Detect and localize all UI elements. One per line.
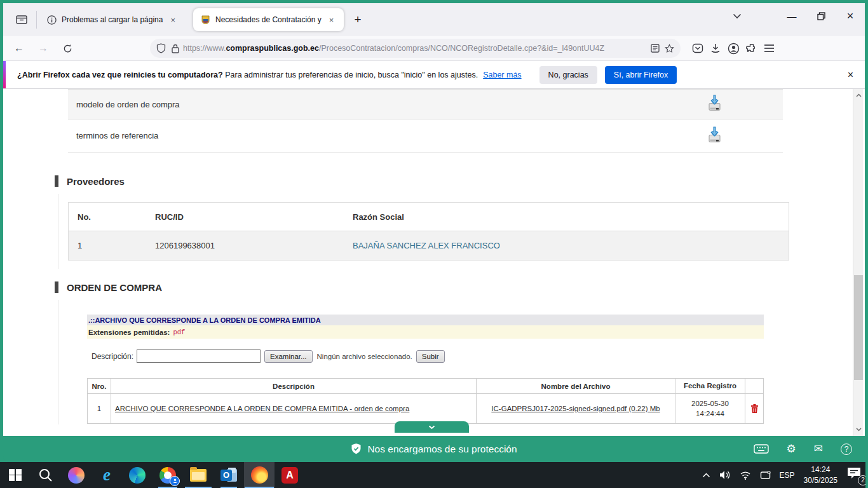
page-scrollbar[interactable] (853, 89, 863, 436)
taskbar-acrobat-button[interactable]: A (275, 462, 305, 488)
proveedores-title: Proveedores (67, 176, 125, 187)
scroll-down-icon[interactable] (853, 424, 864, 435)
examinar-button[interactable]: Examinar... (264, 350, 313, 363)
keyboard-icon[interactable] (754, 444, 769, 454)
taskbar-copilot-button[interactable] (61, 462, 92, 488)
archivo-banner: .::ARCHIVO QUE CORRESPONDE A LA ORDEN DE… (87, 315, 764, 325)
header-actions (745, 379, 763, 393)
document-label: modelo de orden de compra (76, 100, 180, 109)
cell-fecha: 2025-05-3014:24:44 (675, 394, 745, 423)
download-file-icon[interactable] (707, 95, 722, 114)
file-description-link[interactable]: ARCHIVO QUE CORRESPONDE A LA ORDEN DE CO… (115, 405, 409, 412)
restore-icon (817, 12, 825, 20)
taskbar-chrome-button[interactable] (153, 462, 183, 488)
no-gracias-button[interactable]: No, gracias (539, 66, 597, 84)
firefox-icon (251, 466, 268, 484)
account-icon[interactable] (728, 43, 740, 55)
tab-close-icon[interactable]: × (168, 14, 178, 26)
firefox-view-icon (16, 15, 27, 25)
mail-icon[interactable]: ✉ (814, 442, 823, 456)
bookmark-star-icon[interactable] (665, 44, 674, 53)
minimize-button[interactable]: — (777, 3, 806, 29)
taskbar-search-button[interactable] (31, 462, 61, 488)
download-file-icon[interactable] (707, 126, 722, 146)
chrome-icon (159, 467, 176, 484)
document-label: terminos de referencia (76, 131, 158, 140)
notification-center-button[interactable]: 2 (846, 466, 865, 484)
tab-label: Problemas al cargar la página (62, 15, 163, 24)
heading-bar (55, 281, 58, 293)
extensions-puzzle-icon[interactable] (746, 43, 757, 54)
scrollbar-thumb[interactable] (854, 275, 863, 380)
extensions-bar: Extensiones pemitidas: pdf (87, 325, 764, 339)
language-indicator[interactable]: ESP (780, 471, 795, 480)
delete-file-button[interactable] (745, 394, 763, 423)
acrobat-icon: A (281, 467, 298, 484)
proveedor-link[interactable]: BAJAÑA SANCHEZ ALEX FRANCISCO (353, 241, 500, 250)
taskbar-firefox-button[interactable] (244, 462, 275, 488)
lock-icon[interactable] (172, 44, 179, 53)
cell-ruc: 1206199638001 (147, 241, 344, 250)
navigation-toolbar: ← → https://www.compraspublicas.gob.ec/P… (3, 36, 865, 61)
list-all-tabs-icon[interactable] (733, 13, 742, 19)
files-table: Nro. Descripción Nombre del Archivo Fech… (87, 378, 764, 424)
firefox-view-button[interactable] (11, 9, 32, 30)
windows-logo-icon (9, 469, 22, 482)
clock[interactable]: 14:2430/5/2025 (804, 464, 837, 485)
downloads-icon[interactable] (710, 43, 721, 54)
subir-button[interactable]: Subir (416, 350, 445, 363)
outlook-icon: O (220, 468, 237, 483)
file-row: 1 ARCHIVO QUE CORRESPONDE A LA ORDEN DE … (88, 394, 763, 423)
hamburger-menu-icon[interactable] (764, 44, 775, 53)
scroll-up-icon[interactable] (853, 90, 864, 100)
protection-collapse-tab[interactable] (395, 421, 469, 433)
start-button[interactable] (0, 462, 31, 488)
extensions-value: pdf (173, 329, 185, 336)
taskbar-outlook-button[interactable]: O (214, 462, 244, 488)
tab-close-icon[interactable]: × (327, 14, 337, 26)
edge-icon (129, 467, 146, 484)
notification-accent-bar (3, 61, 6, 88)
url-bar[interactable]: https://www.compraspublicas.gob.ec/Proce… (150, 39, 681, 58)
wifi-icon[interactable] (740, 471, 751, 480)
orden-heading: ORDEN DE COMPRA (55, 281, 162, 293)
file-explorer-icon (190, 469, 207, 482)
file-name-link[interactable]: IC-GADPRSJ017-2025-signed-signed.pdf (0.… (491, 405, 660, 412)
header-ruc: RUC/ID (147, 212, 344, 222)
tab-necesidades[interactable]: Necesidades de Contratación y × (193, 8, 344, 31)
restore-button[interactable] (806, 3, 836, 29)
header-no: No. (69, 212, 147, 222)
chrome-profile-badge (170, 476, 180, 486)
copilot-icon (68, 467, 85, 484)
descripcion-input[interactable] (137, 349, 261, 363)
tab-separator (36, 11, 37, 29)
proveedores-heading: Proveedores (55, 175, 125, 187)
taskbar-ie-button[interactable]: e (92, 462, 122, 488)
new-tab-button[interactable]: + (348, 11, 367, 28)
help-icon[interactable]: ? (841, 444, 852, 455)
shield-permissions-icon[interactable] (156, 43, 166, 53)
reload-button[interactable] (58, 39, 77, 57)
close-window-button[interactable]: × (836, 3, 865, 29)
browser-window: Problemas al cargar la página × Necesida… (3, 3, 865, 436)
taskbar-edge-button[interactable] (122, 462, 153, 488)
tab-problemas[interactable]: Problemas al cargar la página × (41, 8, 184, 31)
volume-icon[interactable] (719, 470, 731, 480)
saber-mas-link[interactable]: Saber más (483, 71, 521, 79)
shield-check-icon (351, 443, 362, 455)
notification-close-icon[interactable]: × (848, 69, 853, 81)
heading-bar (55, 175, 58, 187)
si-abrir-firefox-button[interactable]: Sí, abrir Firefox (605, 66, 677, 84)
descripcion-label: Descripción: (92, 352, 133, 361)
taskbar-explorer-button[interactable] (183, 462, 214, 488)
header-razon: Razón Social (344, 212, 789, 222)
forward-button[interactable]: → (34, 39, 53, 57)
reader-mode-icon[interactable] (651, 44, 660, 53)
protection-text: Nos encargamos de su protección (367, 444, 517, 455)
pocket-icon[interactable] (692, 43, 703, 54)
back-button[interactable]: ← (10, 39, 29, 57)
meet-now-icon[interactable] (760, 471, 771, 480)
tray-expand-icon[interactable] (702, 473, 710, 478)
settings-gear-icon[interactable]: ⚙ (787, 442, 796, 456)
document-row: modelo de orden de compra (68, 89, 783, 119)
